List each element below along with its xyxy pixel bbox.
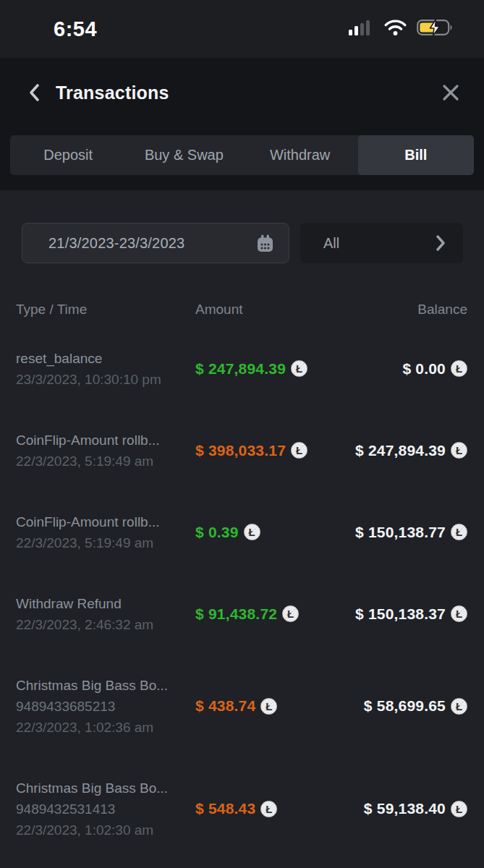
column-header-amount: Amount <box>195 302 417 318</box>
table-row: Withdraw Refund22/3/2023, 2:46:32 am $ 9… <box>0 573 484 655</box>
tx-amount-value: $ 91,438.72 <box>195 605 277 623</box>
ltc-coin-icon: Ł <box>451 442 467 459</box>
table-header: Type / Time Amount Balance <box>0 302 484 318</box>
tx-time: 22/3/2023, 1:02:36 am <box>16 717 195 738</box>
tx-amount-cell: $ 548.43 Ł <box>195 800 364 817</box>
table-row: reset_balance23/3/2023, 10:30:10 pm $ 24… <box>0 328 484 409</box>
ltc-coin-icon: Ł <box>260 801 277 817</box>
ltc-coin-icon: Ł <box>451 360 467 377</box>
tx-balance-cell: $ 247,894.39 Ł <box>355 442 467 459</box>
tab-bar: Deposit Buy & Swap Withdraw Bill <box>10 135 474 175</box>
status-icons <box>349 18 454 40</box>
tx-amount-cell: $ 91,438.72 Ł <box>195 605 355 623</box>
tx-balance-cell: $ 58,699.65 Ł <box>364 697 467 715</box>
content: 21/3/2023-23/3/2023 A <box>0 190 484 868</box>
battery-charging-icon <box>417 18 454 40</box>
category-select[interactable]: All <box>300 223 463 263</box>
ltc-coin-icon: Ł <box>451 801 467 817</box>
tx-type-time: CoinFlip-Amount rollb...22/3/2023, 5:19:… <box>16 511 195 553</box>
header-section: Transactions Deposit Buy & Swap Withdraw… <box>0 58 484 190</box>
table-row: CoinFlip-Amount rollb...22/3/2023, 5:19:… <box>0 409 484 491</box>
filter-row: 21/3/2023-23/3/2023 A <box>22 223 463 263</box>
page-title: Transactions <box>56 82 169 103</box>
tab-label: Deposit <box>43 147 93 163</box>
tab-deposit[interactable]: Deposit <box>10 135 126 175</box>
status-bar: 6:54 <box>0 0 484 58</box>
tx-time: 22/3/2023, 5:19:49 am <box>16 451 195 472</box>
nav-row: Transactions <box>0 72 484 114</box>
transactions-list[interactable]: reset_balance23/3/2023, 10:30:10 pm $ 24… <box>0 328 484 860</box>
tab-withdraw[interactable]: Withdraw <box>242 135 358 175</box>
tx-amount-value: $ 548.43 <box>195 800 255 817</box>
tx-balance-value: $ 247,894.39 <box>355 442 446 459</box>
tx-balance-value: $ 150,138.37 <box>355 605 446 623</box>
chevron-right-icon <box>436 235 446 251</box>
tx-type: reset_balance <box>16 348 195 369</box>
tx-amount-value: $ 398,033.17 <box>195 442 286 459</box>
column-header-balance: Balance <box>417 302 467 318</box>
tx-id: 9489433685213 <box>16 696 195 717</box>
tx-amount-cell: $ 0.39 Ł <box>195 524 355 541</box>
tab-label: Buy & Swap <box>145 147 224 163</box>
tx-balance-value: $ 59,138.40 <box>364 800 446 817</box>
status-time: 6:54 <box>54 17 97 41</box>
tx-amount-value: $ 0.39 <box>195 524 239 541</box>
tx-time: 23/3/2023, 10:30:10 pm <box>16 369 195 390</box>
column-header-type-time: Type / Time <box>16 302 195 318</box>
table-row: Christmas Big Bass Bo...948943253141322/… <box>0 757 484 860</box>
ltc-coin-icon: Ł <box>282 605 299 622</box>
ltc-coin-icon: Ł <box>451 698 467 715</box>
ltc-coin-icon: Ł <box>451 524 467 540</box>
tab-label: Bill <box>404 147 427 163</box>
tx-type-time: Christmas Big Bass Bo...948943253141322/… <box>16 778 195 841</box>
tx-amount-value: $ 247,894.39 <box>195 360 286 378</box>
tx-type-time: Withdraw Refund22/3/2023, 2:46:32 am <box>16 593 195 635</box>
date-range-value: 21/3/2023-23/3/2023 <box>48 235 184 252</box>
ltc-coin-icon: Ł <box>291 360 307 377</box>
tx-amount-cell: $ 398,033.17 Ł <box>195 442 355 459</box>
tx-type-time: Christmas Big Bass Bo...948943368521322/… <box>16 675 195 738</box>
tx-balance-value: $ 150,138.77 <box>355 524 446 541</box>
ltc-coin-icon: Ł <box>451 605 467 622</box>
tx-amount-cell: $ 438.74 Ł <box>195 697 364 715</box>
tx-balance-value: $ 58,699.65 <box>364 697 446 715</box>
back-button[interactable] <box>23 82 45 103</box>
tx-balance-value: $ 0.00 <box>402 360 446 378</box>
tab-bill[interactable]: Bill <box>358 135 474 175</box>
tx-balance-cell: $ 150,138.37 Ł <box>355 605 467 623</box>
app-screen: 6:54 <box>0 0 484 868</box>
tx-time: 22/3/2023, 5:19:49 am <box>16 532 195 553</box>
tx-amount-value: $ 438.74 <box>195 697 255 715</box>
tx-balance-cell: $ 0.00 Ł <box>402 360 467 378</box>
tab-buy-swap[interactable]: Buy & Swap <box>126 135 242 175</box>
tab-label: Withdraw <box>270 147 330 163</box>
calendar-icon <box>255 234 275 253</box>
tx-type-time: reset_balance23/3/2023, 10:30:10 pm <box>16 348 195 390</box>
tx-type-time: CoinFlip-Amount rollb...22/3/2023, 5:19:… <box>16 430 195 472</box>
category-value: All <box>323 235 339 252</box>
tx-type: Christmas Big Bass Bo... <box>16 675 195 696</box>
wifi-icon <box>383 19 407 39</box>
cellular-signal-icon <box>349 20 374 39</box>
date-range-input[interactable]: 21/3/2023-23/3/2023 <box>22 223 289 263</box>
tx-type: Christmas Big Bass Bo... <box>16 778 195 799</box>
table-row: CoinFlip-Amount rollb...22/3/2023, 5:19:… <box>0 491 484 573</box>
ltc-coin-icon: Ł <box>291 442 307 459</box>
tx-balance-cell: $ 59,138.40 Ł <box>364 800 467 817</box>
ltc-coin-icon: Ł <box>244 524 260 540</box>
tx-type: CoinFlip-Amount rollb... <box>16 430 195 451</box>
tx-type: CoinFlip-Amount rollb... <box>16 511 195 532</box>
table-row: Christmas Big Bass Bo...948943368521322/… <box>0 655 484 757</box>
tx-time: 22/3/2023, 1:02:30 am <box>16 820 195 841</box>
tx-time: 22/3/2023, 2:46:32 am <box>16 614 195 635</box>
tx-id: 9489432531413 <box>16 799 195 820</box>
tx-type: Withdraw Refund <box>16 593 195 614</box>
close-icon[interactable] <box>440 82 462 103</box>
tx-amount-cell: $ 247,894.39 Ł <box>195 360 402 378</box>
ltc-coin-icon: Ł <box>260 698 277 715</box>
tx-balance-cell: $ 150,138.77 Ł <box>355 524 467 541</box>
